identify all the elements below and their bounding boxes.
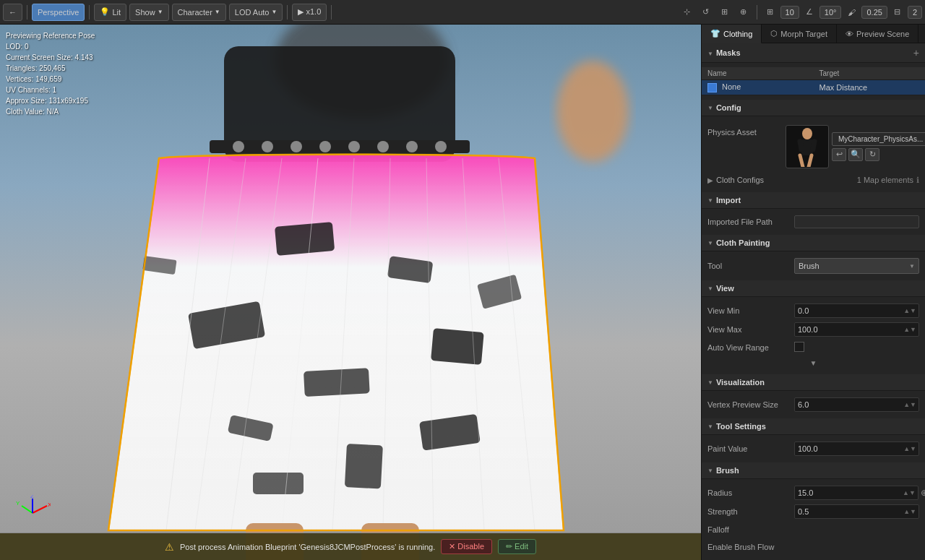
view-max-input[interactable]	[795, 325, 901, 334]
strength-input[interactable]	[795, 507, 901, 516]
physics-asset-name-wrap: MyCharacter_PhysicsAs... ↩ 🔍 ↻	[832, 132, 925, 161]
auto-view-range-row: Auto View Range	[702, 339, 925, 356]
angle-icon[interactable]: ∠	[801, 4, 818, 21]
masks-col-name: Name	[702, 67, 814, 80]
masks-section-header[interactable]: Masks +	[702, 43, 925, 63]
physics-asset-select[interactable]: MyCharacter_PhysicsAs...	[832, 132, 925, 146]
imported-file-path-input[interactable]	[794, 215, 919, 228]
strength-row: Strength ▲▼	[702, 502, 925, 521]
auto-view-range-checkbox[interactable]	[794, 342, 804, 352]
masks-add-icon[interactable]: +	[913, 47, 919, 59]
masks-checkbox[interactable]	[707, 83, 717, 92]
lod-chevron: ▼	[271, 9, 277, 15]
radius-input-group: ▲▼ ⊕	[794, 486, 925, 500]
viewport[interactable]: Previewing Reference Pose LOD: 0 Current…	[0, 25, 701, 560]
tab-clothing[interactable]: 👕 Clothing	[702, 25, 762, 43]
visualization-content: Vertex Preview Size ▲▼	[702, 391, 925, 418]
view-max-input-wrap: ▲▼	[794, 322, 919, 337]
import-section-header[interactable]: Import	[702, 192, 925, 209]
masks-title: Masks	[716, 48, 741, 57]
edit-button[interactable]: ✏ Edit	[498, 539, 536, 554]
info-line-2: LOD: 0	[6, 41, 95, 52]
paint-value-num-wrap: ▲▼	[794, 441, 919, 456]
show-button[interactable]: Show ▼	[129, 4, 168, 21]
view-max-spin[interactable]: ▲▼	[901, 326, 918, 333]
morph-icon: ⬡	[770, 29, 778, 38]
tool-settings-section-header[interactable]: Tool Settings	[702, 418, 925, 435]
character-chevron: ▼	[215, 9, 220, 15]
masks-name-value: None	[722, 82, 741, 91]
lit-label: Lit	[112, 8, 121, 17]
snap-icons: ⊞ 10 ∠ 10° 🖌 0.25 ⊟ 2	[762, 4, 922, 21]
imported-file-path-value	[794, 215, 919, 228]
masks-row-none[interactable]: None Max Distance	[702, 80, 925, 95]
physics-asset-back-btn[interactable]: ↩	[832, 148, 846, 161]
strength-spin[interactable]: ▲▼	[901, 508, 918, 515]
tab-preview-label: Preview Scene	[856, 30, 909, 38]
masks-table: Name Target None Max Distance	[702, 67, 925, 95]
tab-morph-target[interactable]: ⬡ Morph Target	[762, 25, 837, 43]
falloff-row: Falloff	[702, 521, 925, 538]
separator-1	[27, 5, 27, 20]
vertex-preview-spin[interactable]: ▲▼	[901, 401, 918, 408]
tab-preview-scene[interactable]: 👁 Preview Scene	[837, 25, 918, 43]
svg-point-7	[291, 141, 302, 152]
brush-icon[interactable]: 🖌	[843, 4, 860, 21]
auto-view-range-value	[794, 342, 919, 353]
layers-value: 2	[908, 6, 922, 19]
layers-icon[interactable]: ⊟	[889, 4, 906, 21]
character-label: Character	[178, 8, 212, 17]
rotate-icon[interactable]: ↺	[697, 4, 715, 21]
disable-button[interactable]: ✕ Disable	[441, 539, 492, 554]
config-section-header[interactable]: Config	[702, 100, 925, 116]
tab-morph-label: Morph Target	[780, 30, 827, 38]
masks-content: Name Target None Max Distance	[702, 63, 925, 100]
physics-asset-controls: MyCharacter_PhysicsAs... ↩ 🔍 ↻	[786, 125, 925, 168]
visualization-section-header[interactable]: Visualization	[702, 374, 925, 391]
view-min-input[interactable]	[795, 306, 901, 315]
auto-view-range-label: Auto View Range	[707, 343, 794, 352]
paint-value-input[interactable]	[795, 444, 901, 453]
view-section-header[interactable]: View	[702, 280, 925, 297]
svg-rect-17	[304, 368, 370, 397]
play-button[interactable]: ▶ x1.0	[292, 4, 327, 21]
separator-4	[331, 5, 332, 20]
view-min-spin[interactable]: ▲▼	[901, 307, 918, 314]
radius-input[interactable]	[795, 488, 900, 497]
show-label: Show	[135, 8, 155, 17]
play-label: ▶ x1.0	[298, 7, 321, 17]
info-line-7: Approx Size: 131x69x195	[6, 95, 95, 106]
physics-asset-search-btn[interactable]: 🔍	[848, 148, 863, 161]
vertex-preview-size-input[interactable]	[795, 400, 901, 409]
view-min-input-wrap: ▲▼	[794, 303, 919, 318]
lod-button[interactable]: LOD Auto ▼	[229, 4, 283, 21]
translate-icon[interactable]: ⊹	[679, 4, 696, 21]
view-max-num-wrap: ▲▼	[794, 322, 919, 337]
paint-value-spin[interactable]: ▲▼	[901, 445, 918, 452]
cloth-configs-row: ▶ Cloth Configs 1 Map elements ℹ	[702, 173, 925, 188]
world-icon[interactable]: ⊕	[735, 4, 752, 21]
snap-grid-icon[interactable]: ⊞	[762, 4, 779, 21]
svg-point-9	[348, 141, 360, 152]
imported-file-path-row: Imported File Path	[702, 213, 925, 231]
back-button[interactable]: ←	[3, 4, 22, 21]
radius-expand-icon[interactable]: ⊕	[921, 488, 925, 498]
svg-point-12	[435, 141, 447, 152]
brush-section-header[interactable]: Brush	[702, 462, 925, 479]
tool-select[interactable]: Brush Gradient Smooth Fill	[794, 258, 919, 274]
view-expand-btn[interactable]: ▼	[810, 359, 817, 367]
scale-icon[interactable]: ⊞	[716, 4, 733, 21]
physics-asset-refresh-btn[interactable]: ↻	[865, 148, 879, 161]
lit-button[interactable]: 💡 Lit	[94, 4, 126, 21]
visualization-collapse-arrow	[707, 378, 713, 386]
radius-spin[interactable]: ▲▼	[900, 489, 918, 496]
perspective-button[interactable]: Perspective	[32, 4, 85, 21]
info-line-5: Vertices: 149,659	[6, 74, 95, 85]
preview-icon: 👁	[846, 30, 853, 38]
cloth-configs-value: 1 Map elements	[857, 176, 913, 184]
cloth-configs-arrow[interactable]: ▶	[707, 176, 713, 184]
cloth-painting-title: Cloth Painting	[716, 238, 770, 247]
physics-asset-label: Physics Asset	[707, 125, 780, 137]
cloth-painting-section-header[interactable]: Cloth Painting	[702, 235, 925, 251]
character-button[interactable]: Character ▼	[172, 4, 226, 21]
